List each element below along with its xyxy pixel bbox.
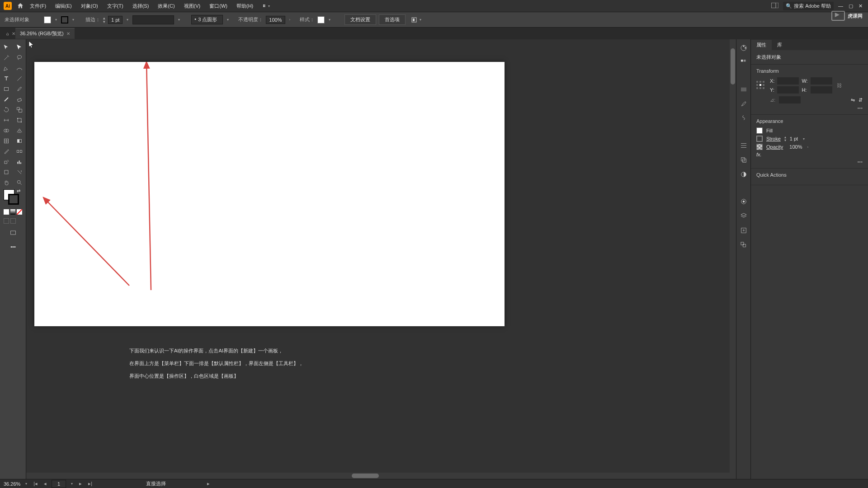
menu-select[interactable]: 选择(S) — [129, 1, 153, 11]
chevron-down-icon[interactable]: ▾ — [54, 18, 58, 22]
menu-edit[interactable]: 编辑(E) — [52, 1, 75, 11]
w-input[interactable] — [811, 77, 832, 84]
menu-file[interactable]: 文件(F) — [26, 1, 50, 11]
opacity-input[interactable]: 100% — [266, 16, 285, 24]
transparency-panel-icon[interactable] — [740, 170, 748, 178]
fx-label[interactable]: fx. — [756, 152, 762, 157]
play-icon[interactable]: ▸ — [206, 481, 211, 487]
none-mode-icon[interactable] — [17, 209, 22, 215]
h-input[interactable] — [811, 86, 832, 94]
opacity-value[interactable]: 100% — [789, 144, 802, 150]
gradient-tool-icon[interactable] — [13, 136, 26, 146]
free-transform-tool-icon[interactable] — [13, 115, 26, 125]
menu-view[interactable]: 视图(V) — [180, 1, 204, 11]
flip-h-icon[interactable]: ⇋ — [851, 97, 855, 103]
canvas-area[interactable]: 下面我们来认识一下AI的操作界面，点击AI界面的【新建】一个画板， 在界面上方是… — [26, 39, 736, 479]
search-input[interactable]: 🔍 搜索 Adobe 帮助 — [783, 2, 834, 10]
rectangle-tool-icon[interactable] — [0, 84, 13, 94]
screen-mode-icon[interactable] — [0, 227, 26, 238]
draw-normal-icon[interactable] — [4, 218, 9, 224]
menu-type[interactable]: 文字(T) — [104, 1, 127, 11]
hand-tool-icon[interactable] — [0, 177, 13, 188]
graphic-style-swatch[interactable] — [317, 16, 325, 23]
first-artboard-icon[interactable]: |◂ — [32, 481, 39, 487]
symbols-panel-icon[interactable] — [740, 114, 748, 122]
swatches-panel-icon[interactable] — [740, 58, 748, 66]
pathfinder-panel-icon[interactable] — [740, 156, 748, 164]
opacity-swatch[interactable] — [756, 144, 763, 150]
shaper-tool-icon[interactable] — [0, 94, 13, 104]
fill-stroke-control[interactable]: ⇄ — [0, 188, 26, 207]
curvature-tool-icon[interactable] — [13, 63, 26, 73]
chevron-down-icon[interactable]: ▾ — [125, 18, 130, 22]
draw-behind-icon[interactable] — [10, 218, 16, 224]
swap-fill-stroke-icon[interactable]: ⇄ — [17, 188, 20, 193]
type-tool-icon[interactable] — [0, 73, 13, 84]
artboard-tool-icon[interactable] — [0, 167, 13, 177]
chevron-down-icon[interactable]: ▾ — [226, 18, 230, 22]
stroke-color-icon[interactable] — [8, 194, 19, 205]
stroke-swatch[interactable] — [61, 16, 68, 23]
home-icon[interactable] — [16, 2, 24, 10]
lasso-tool-icon[interactable] — [13, 52, 26, 63]
stroke-swatch[interactable] — [756, 136, 763, 142]
flip-v-icon[interactable]: ⇵ — [859, 97, 863, 103]
artboards-panel-icon[interactable] — [740, 241, 748, 249]
pen-tool-icon[interactable] — [0, 63, 13, 73]
align-options-icon[interactable]: ▾ — [411, 17, 423, 23]
y-input[interactable] — [777, 86, 799, 94]
zoom-level[interactable]: 36.26% — [4, 481, 20, 487]
chevron-down-icon[interactable]: ▾ — [71, 18, 75, 22]
stepper-icon[interactable]: ▴▾ — [103, 16, 105, 23]
minimize-icon[interactable]: — — [838, 3, 843, 9]
line-tool-icon[interactable] — [13, 73, 26, 84]
scale-tool-icon[interactable] — [13, 104, 26, 115]
width-tool-icon[interactable] — [0, 115, 13, 125]
stroke-panel-icon[interactable] — [740, 85, 748, 94]
maximize-icon[interactable]: ▢ — [849, 3, 853, 9]
rotate-tool-icon[interactable] — [0, 104, 13, 115]
mesh-tool-icon[interactable] — [0, 136, 13, 146]
color-mode-icon[interactable] — [4, 209, 9, 215]
chevron-down-icon[interactable]: ▾ — [802, 137, 806, 141]
link-icon[interactable]: ⛓ — [837, 83, 842, 88]
tab-properties[interactable]: 属性 — [751, 40, 772, 50]
workspace-icon[interactable] — [771, 3, 778, 9]
appearance-panel-icon[interactable] — [740, 197, 748, 206]
menu-help[interactable]: 帮助(H) — [233, 1, 257, 11]
layout-switcher-icon[interactable]: ▾ — [263, 3, 271, 9]
eyedropper-tool-icon[interactable] — [0, 146, 13, 156]
color-panel-icon[interactable] — [740, 44, 748, 52]
tab-libraries[interactable]: 库 — [772, 40, 788, 50]
menu-window[interactable]: 窗口(W) — [206, 1, 231, 11]
next-artboard-icon[interactable]: ▸ — [78, 481, 83, 487]
close-icon[interactable]: ✕ — [859, 3, 863, 9]
blend-tool-icon[interactable] — [13, 146, 26, 156]
stroke-value[interactable]: 1 pt — [790, 136, 798, 141]
align-panel-icon[interactable] — [740, 141, 748, 150]
artboard[interactable]: 下面我们来认识一下AI的操作界面，点击AI界面的【新建】一个画板， 在界面上方是… — [34, 62, 505, 326]
angle-input[interactable] — [779, 96, 801, 103]
perspective-grid-tool-icon[interactable] — [13, 125, 26, 136]
symbol-sprayer-tool-icon[interactable] — [0, 156, 13, 167]
more-options-icon[interactable]: ••• — [857, 105, 863, 111]
edit-toolbar-icon[interactable]: ••• — [0, 241, 26, 252]
shape-builder-tool-icon[interactable] — [0, 125, 13, 136]
stepper-icon[interactable]: ▴▾ — [784, 136, 786, 142]
chevron-down-icon[interactable]: ▾ — [177, 18, 181, 22]
layers-panel-icon[interactable] — [740, 212, 748, 220]
zoom-tool-icon[interactable] — [13, 177, 26, 188]
brushes-panel-icon[interactable] — [740, 100, 748, 108]
eraser-tool-icon[interactable] — [13, 94, 26, 104]
asset-export-panel-icon[interactable] — [740, 226, 748, 235]
direct-selection-tool-icon[interactable] — [13, 42, 26, 52]
chevron-right-icon[interactable]: › — [288, 18, 292, 22]
slice-tool-icon[interactable] — [13, 167, 26, 177]
chevron-right-icon[interactable]: › — [806, 145, 810, 149]
prev-artboard-icon[interactable]: ◂ — [42, 481, 48, 487]
scrollbar-horizontal[interactable] — [26, 473, 730, 479]
chevron-down-icon[interactable]: ▾ — [70, 482, 74, 486]
tab-close-icon[interactable]: ✕ — [12, 31, 15, 36]
chevron-down-icon[interactable]: ▾ — [24, 482, 28, 486]
artboard-number-input[interactable]: 1 — [52, 480, 66, 488]
